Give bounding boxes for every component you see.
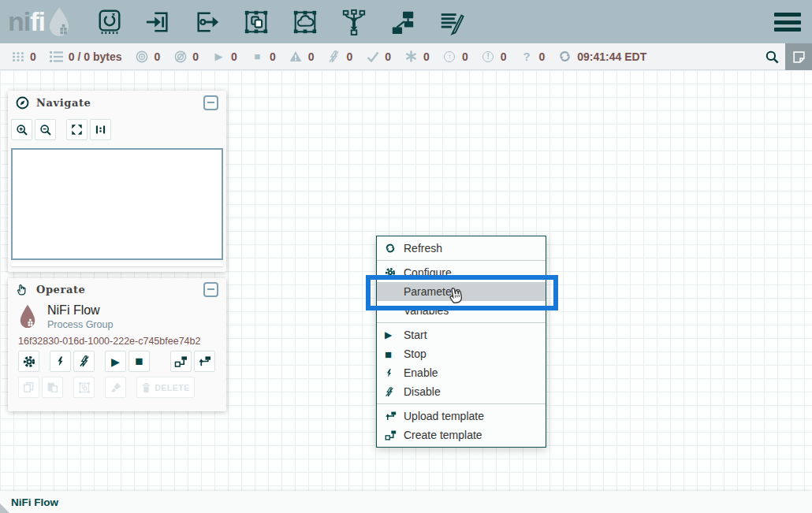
delete-button[interactable]: DELETE	[136, 377, 195, 398]
active-threads-count: 0	[30, 50, 36, 63]
zoom-in-button[interactable]	[11, 119, 32, 140]
zoom-actual-size-button[interactable]	[90, 119, 111, 140]
flow-canvas[interactable]: Navigate	[0, 70, 812, 491]
stat-active-threads: 0	[11, 50, 36, 63]
last-refreshed-time: 09:41:44 EDT	[577, 50, 646, 63]
play-icon: ▶	[111, 356, 120, 367]
menu-item-refresh[interactable]: Refresh	[377, 239, 546, 258]
transmitting-count: 0	[155, 50, 161, 63]
navigate-panel-header[interactable]: Navigate	[8, 91, 226, 114]
group-button[interactable]	[73, 377, 95, 398]
breadcrumb-root[interactable]: NiFi Flow	[11, 496, 58, 508]
birdseye-resize-strip[interactable]	[11, 262, 223, 266]
bulletin-board-button[interactable]	[785, 43, 812, 70]
label-tool[interactable]	[437, 6, 467, 38]
not-transmitting-icon	[173, 50, 187, 63]
menu-item-disable[interactable]: Disable	[377, 382, 546, 401]
template-tool[interactable]	[388, 6, 418, 38]
menu-item-enable[interactable]: Enable	[377, 363, 546, 382]
one-to-one-icon	[95, 124, 106, 136]
locally-modified-count: 0	[423, 50, 430, 63]
operate-collapse-button[interactable]	[203, 282, 218, 297]
menu-item-label: Parameters	[404, 285, 460, 298]
fill-color-button[interactable]	[105, 377, 126, 398]
label-icon	[438, 9, 465, 35]
menu-item-label: Configure	[404, 266, 452, 279]
stat-queued: 0 / 0 bytes	[50, 50, 122, 63]
processor-icon	[96, 9, 123, 35]
menu-item-label: Refresh	[404, 242, 442, 255]
funnel-tool[interactable]	[339, 6, 369, 38]
stale-count: 0	[462, 50, 468, 63]
input-port-tool[interactable]	[143, 6, 173, 38]
question-icon: ?	[520, 50, 533, 63]
template-icon	[389, 9, 416, 35]
disabled-count: 0	[346, 50, 352, 63]
search-button[interactable]	[759, 43, 785, 70]
menu-item-parameters[interactable]: Parameters	[377, 282, 546, 301]
breadcrumb-resize-handle[interactable]	[0, 504, 9, 513]
processor-tool[interactable]	[95, 6, 125, 38]
breadcrumb-bar: NiFi Flow	[0, 491, 812, 513]
operate-panel-header[interactable]: Operate	[8, 278, 226, 300]
menu-item-stop[interactable]: ■ Stop	[377, 344, 546, 363]
zoom-fit-button[interactable]	[66, 119, 88, 140]
stat-locally-modified-stale: ! 0	[482, 50, 507, 63]
refresh-icon[interactable]	[558, 50, 572, 63]
menu-item-variables[interactable]: Variables	[377, 301, 546, 320]
disabled-lightning-icon	[327, 50, 341, 63]
stat-disabled: 0	[327, 50, 352, 63]
selected-component-info: NiFi Flow Process Group	[8, 300, 226, 330]
logo-text-ni: ni	[8, 6, 30, 37]
menu-item-upload-template[interactable]: Upload template	[377, 407, 546, 426]
process-group-tool[interactable]	[241, 6, 271, 38]
navigate-panel: Navigate	[8, 91, 226, 272]
operate-buttons-row1: ▶ ■	[8, 348, 226, 372]
birdseye-view[interactable]	[11, 148, 223, 260]
menu-item-configure[interactable]: Configure	[377, 263, 546, 282]
zoom-out-button[interactable]	[35, 119, 56, 140]
create-template-button[interactable]	[170, 351, 192, 372]
lightning-icon	[55, 355, 65, 367]
warning-icon	[289, 50, 303, 63]
navigate-collapse-button[interactable]	[203, 95, 218, 110]
paste-button[interactable]	[42, 377, 63, 398]
global-menu-button[interactable]	[774, 13, 801, 32]
arrow-up-circle-icon: ↑	[443, 50, 456, 63]
output-port-icon	[194, 9, 221, 35]
stat-sync-failure: ? 0	[520, 50, 545, 63]
component-toolbar	[95, 6, 467, 38]
queued-count: 0 / 0 bytes	[69, 50, 122, 63]
stop-icon: ■	[385, 348, 392, 360]
upload-template-button[interactable]	[194, 351, 215, 372]
queued-list-icon	[50, 50, 63, 63]
brush-icon	[110, 381, 122, 394]
menu-item-label: Enable	[404, 366, 438, 379]
selection-name: NiFi Flow	[47, 303, 113, 318]
remote-process-group-tool[interactable]	[290, 6, 320, 38]
menu-item-create-template[interactable]: Create template	[377, 426, 546, 444]
start-button[interactable]: ▶	[105, 351, 126, 372]
note-icon	[792, 50, 806, 65]
stat-up-to-date: 0	[366, 50, 391, 63]
menu-item-start[interactable]: ▶ Start	[377, 325, 546, 344]
enable-button[interactable]	[50, 351, 71, 372]
stat-not-transmitting: 0	[173, 50, 199, 63]
flow-status-stats: 0 0 / 0 bytes 0 0 ▶	[0, 50, 646, 63]
menu-item-label: Disable	[404, 385, 441, 398]
disabled-lightning-icon	[385, 387, 404, 397]
copy-icon	[23, 381, 35, 393]
output-port-tool[interactable]	[192, 6, 222, 38]
operate-buttons-row2: DELETE	[8, 372, 226, 398]
copy-button[interactable]	[18, 377, 39, 398]
selection-id: 16f32830-016d-1000-222e-c745bfee74b2	[8, 330, 226, 348]
invalid-count: 0	[308, 50, 315, 63]
operate-panel-title: Operate	[36, 284, 203, 296]
stop-icon: ■	[135, 355, 143, 368]
logo-text-fi: fi	[30, 6, 45, 37]
configure-button[interactable]	[18, 351, 39, 372]
disable-button[interactable]	[73, 351, 95, 372]
stop-button[interactable]: ■	[129, 351, 150, 372]
nifi-logo: nifi	[0, 6, 73, 38]
transmitting-icon	[136, 50, 149, 63]
